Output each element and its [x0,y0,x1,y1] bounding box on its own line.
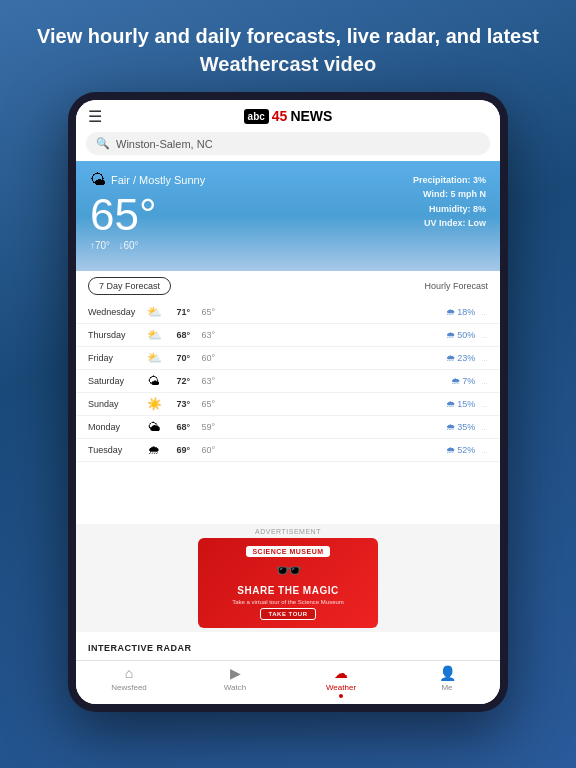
nav-item-weather[interactable]: ☁ Weather [288,665,394,698]
hi-temp: 70° [165,353,190,363]
uv-stat: UV Index: Low [413,216,486,230]
ad-section: ADVERTISEMENT SCIENCE MUSEUM 🕶️ SHARE TH… [76,524,500,632]
weather-icon: ⛅ [143,351,165,365]
forecast-row[interactable]: Friday ⛅ 70° 60° 🌧 23% ... [76,347,500,370]
row-dots: ... [481,377,488,386]
active-dot [339,694,343,698]
ad-headline: SHARE THE MAGIC [237,585,338,596]
precip: 🌧 35% [440,422,475,432]
weather-stats: Precipitation: 3% Wind: 5 mph N Humidity… [413,173,486,231]
hi-temp: 72° [165,376,190,386]
hi-temp: 71° [165,307,190,317]
weather-icon: ⛅ [143,328,165,342]
radar-title: INTERACTIVE RADAR [88,643,192,653]
radar-section: INTERACTIVE RADAR [76,632,500,660]
lo-temp: 60° [190,353,215,363]
precip: 🌧 52% [440,445,475,455]
weather-hero: 🌤 Fair / Mostly Sunny 65° ↑70° ↓60° Prec… [76,161,500,271]
precip: 🌧 7% [440,376,475,386]
forecast-tabs: 7 Day Forecast Hourly Forecast [76,271,500,301]
glasses-graphic: 🕶️ [275,560,302,582]
weather-icon: ⛅ [143,305,165,319]
science-museum-logo: SCIENCE MUSEUM [246,546,329,557]
precip: 🌧 50% [440,330,475,340]
weather-icon: ☀️ [143,397,165,411]
lo-temp: 65° [190,307,215,317]
ad-subtext: Take a virtual tour of the Science Museu… [232,599,344,605]
hi-temp: 73° [165,399,190,409]
row-dots: ... [481,308,488,317]
forecast-row[interactable]: Wednesday ⛅ 71° 65° 🌧 18% ... [76,301,500,324]
hi-temp: 69° [165,445,190,455]
forecast-row[interactable]: Thursday ⛅ 68° 63° 🌧 50% ... [76,324,500,347]
row-dots: ... [481,423,488,432]
hi-temp: 68° [165,330,190,340]
logo-news: NEWS [290,108,332,124]
lo-temp: 65° [190,399,215,409]
lo-temp: ↓60° [118,240,138,251]
ad-label: ADVERTISEMENT [76,528,500,535]
sun-icon: 🌤 [90,171,106,189]
me-icon: 👤 [439,665,456,681]
weather-label: Weather [326,683,356,692]
row-dots: ... [481,400,488,409]
row-dots: ... [481,354,488,363]
day-name: Tuesday [88,445,143,455]
tab-7day[interactable]: 7 Day Forecast [88,277,171,295]
ad-banner[interactable]: SCIENCE MUSEUM 🕶️ SHARE THE MAGIC Take a… [198,538,378,628]
search-bar[interactable]: 🔍 Winston-Salem, NC [86,132,490,155]
nav-item-newsfeed[interactable]: ⌂ Newsfeed [76,665,182,698]
ad-cta-button[interactable]: TAKE TOUR [260,608,317,620]
search-location: Winston-Salem, NC [116,138,213,150]
bottom-nav: ⌂ Newsfeed ▶ Watch ☁ Weather 👤 Me [76,660,500,704]
precip: 🌧 18% [440,307,475,317]
app-header: ☰ abc 45 NEWS [76,100,500,128]
day-name: Saturday [88,376,143,386]
forecast-row[interactable]: Tuesday 🌧 69° 60° 🌧 52% ... [76,439,500,462]
wind-stat: Wind: 5 mph N [413,187,486,201]
day-name: Wednesday [88,307,143,317]
lo-temp: 59° [190,422,215,432]
precip: 🌧 23% [440,353,475,363]
precip: 🌧 15% [440,399,475,409]
tablet-frame: ☰ abc 45 NEWS 🔍 Winston-Salem, NC 🌤 Fair… [68,92,508,712]
lo-temp: 63° [190,376,215,386]
day-name: Sunday [88,399,143,409]
newsfeed-label: Newsfeed [111,683,147,692]
hamburger-icon[interactable]: ☰ [88,107,102,126]
logo-abc: abc [244,109,269,124]
day-name: Monday [88,422,143,432]
day-name: Thursday [88,330,143,340]
temp-range: ↑70° ↓60° [90,240,486,251]
search-icon: 🔍 [96,137,110,150]
logo-channel: 45 [272,108,288,124]
forecast-row[interactable]: Saturday 🌤 72° 63° 🌧 7% ... [76,370,500,393]
weather-icon: 🌥 [143,420,165,434]
forecast-list: Wednesday ⛅ 71° 65° 🌧 18% ... Thursday ⛅… [76,301,500,462]
forecast-row[interactable]: Sunday ☀️ 73° 65° 🌧 15% ... [76,393,500,416]
weather-icon: 🌧 [143,443,165,457]
weather-icon: ☁ [334,665,348,681]
hi-temp: 68° [165,422,190,432]
me-label: Me [441,683,452,692]
lo-temp: 63° [190,330,215,340]
nav-item-watch[interactable]: ▶ Watch [182,665,288,698]
tab-hourly[interactable]: Hourly Forecast [424,281,488,291]
app-logo: abc 45 NEWS [244,108,333,124]
humidity-stat: Humidity: 8% [413,202,486,216]
nav-item-me[interactable]: 👤 Me [394,665,500,698]
forecast-row[interactable]: Monday 🌥 68° 59° 🌧 35% ... [76,416,500,439]
row-dots: ... [481,446,488,455]
weather-icon: 🌤 [143,374,165,388]
lo-temp: 60° [190,445,215,455]
forecast-section: 7 Day Forecast Hourly Forecast Wednesday… [76,271,500,524]
hi-temp: ↑70° [90,240,110,251]
day-name: Friday [88,353,143,363]
newsfeed-icon: ⌂ [125,665,133,681]
watch-label: Watch [224,683,246,692]
tablet-screen: ☰ abc 45 NEWS 🔍 Winston-Salem, NC 🌤 Fair… [76,100,500,704]
condition-text: Fair / Mostly Sunny [111,174,205,186]
watch-icon: ▶ [230,665,241,681]
row-dots: ... [481,331,488,340]
precipitation-stat: Precipitation: 3% [413,173,486,187]
